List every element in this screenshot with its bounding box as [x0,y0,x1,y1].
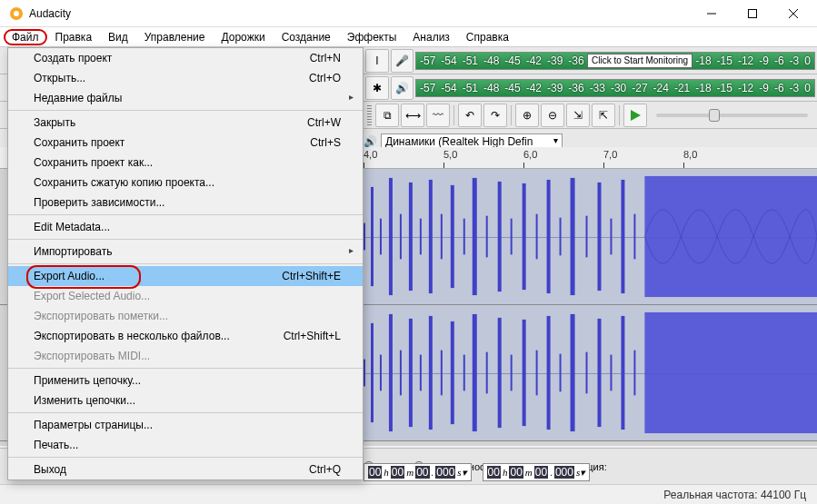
redo-button[interactable]: ↷ [483,104,507,127]
menu-tracks[interactable]: Дорожки [214,29,274,45]
mic-icon: 🎤 [395,54,409,67]
svg-rect-53 [586,352,588,394]
svg-rect-10 [389,178,393,295]
svg-rect-27 [586,216,588,258]
close-button[interactable] [772,1,813,26]
waveform-2[interactable] [364,305,817,440]
svg-rect-52 [571,314,575,431]
file-menu-item[interactable]: Применить цепочку... [8,371,363,390]
svg-rect-47 [511,355,513,391]
file-menu-item: Export Selected Audio... [8,286,363,306]
file-menu-item[interactable]: Печать... [8,435,363,455]
maximize-button[interactable] [732,1,772,26]
audio-position-field[interactable]: 00h 00m 00. 000s▾ [483,463,591,481]
svg-rect-29 [610,219,612,255]
svg-point-1 [14,11,19,16]
svg-rect-39 [420,355,422,391]
selection-end-field[interactable]: 00h 00m 00. 000s▾ [364,463,472,481]
file-menu-item[interactable]: Изменить цепочки... [8,390,363,410]
tool-mic[interactable]: 🎤 [391,49,413,73]
file-menu-item[interactable]: Проверить зависимости... [8,193,363,212]
undo-icon: ↶ [465,109,474,122]
speaker-icon: 🔊 [364,135,377,148]
svg-rect-21 [511,219,513,255]
tool-speaker[interactable]: 🔊 [391,76,413,100]
trim-icon: ⟷ [405,109,421,122]
svg-rect-56 [621,316,624,430]
file-menu-item: Экспортировать MIDI... [8,346,363,366]
menu-analyze[interactable]: Анализ [404,29,458,45]
svg-rect-17 [463,219,465,255]
svg-rect-43 [463,355,465,391]
file-menu-item[interactable]: Сохранить сжатую копию проекта... [8,173,363,193]
minimize-button[interactable] [691,1,732,26]
svg-rect-57 [633,351,635,396]
monitor-label[interactable]: Click to Start Monitoring [587,54,692,68]
svg-rect-54 [597,319,601,427]
svg-rect-50 [547,316,551,430]
svg-rect-26 [571,178,575,295]
fitsel-button[interactable]: ⇲ [566,104,590,127]
menu-transport[interactable]: Управление [136,29,214,45]
zoomin-icon: ⊕ [523,109,532,122]
svg-rect-19 [486,216,488,258]
file-menu-item[interactable]: Export Audio...Ctrl+Shift+E [8,266,363,286]
svg-rect-22 [523,183,526,290]
file-menu-item[interactable]: Недавние файлы [8,88,363,108]
fitproj-button[interactable]: ⇱ [592,104,615,127]
play-meter[interactable]: -57-54-51-48-45-42-39-36-33-30-27-24-21-… [415,79,815,97]
file-menu-item[interactable]: Сохранить проект как... [8,153,363,173]
zoomin-button[interactable]: ⊕ [515,104,539,127]
menu-effects[interactable]: Эффекты [339,29,405,45]
svg-rect-37 [400,351,402,396]
menu-file[interactable]: Файл [4,29,47,45]
menu-edit[interactable]: Правка [47,29,101,45]
trim-button[interactable]: ⟷ [401,104,424,127]
file-menu-item[interactable]: Импортировать [8,242,363,262]
svg-rect-58 [644,312,817,433]
file-menu-item[interactable]: Edit Metadata... [8,217,363,237]
svg-rect-49 [536,351,538,396]
svg-rect-34 [371,323,374,422]
svg-rect-18 [473,178,477,295]
svg-rect-25 [560,218,562,256]
file-menu-item[interactable]: Параметры страницы... [8,415,363,435]
file-menu-dropdown: Создать проектCtrl+NОткрыть...Ctrl+OНеда… [7,47,364,480]
multi-icon: ✱ [373,82,382,94]
menu-help[interactable]: Справка [458,29,517,45]
svg-rect-33 [364,360,365,387]
scrub-handle[interactable] [709,109,720,122]
menu-generate[interactable]: Создание [274,29,339,45]
waveform-1[interactable] [364,169,817,304]
app-icon [9,6,24,21]
scrub-bar[interactable] [656,114,808,117]
svg-rect-46 [498,318,502,428]
silence-button[interactable]: 〰 [426,104,450,127]
menu-view[interactable]: Вид [100,29,136,45]
copy-button[interactable]: ⧉ [375,104,399,127]
redo-icon: ↷ [491,109,500,122]
svg-rect-24 [547,180,551,293]
record-meter[interactable]: -57-54-51-48-45-42-39-36-33-30-27-24-21-… [415,52,815,70]
svg-rect-35 [380,355,382,391]
file-menu-item[interactable]: Сохранить проектCtrl+S [8,133,363,153]
tool-multi[interactable]: ✱ [365,76,388,100]
fitsel-icon: ⇲ [573,109,583,122]
svg-rect-3 [748,9,756,17]
file-menu-item[interactable]: Создать проектCtrl+N [8,48,363,68]
play-button[interactable] [623,104,647,127]
file-menu-item[interactable]: ЗакрытьCtrl+W [8,113,363,133]
svg-rect-44 [473,314,477,431]
file-menu-item[interactable]: Открыть...Ctrl+O [8,68,363,88]
svg-rect-23 [536,214,538,260]
svg-rect-40 [429,316,433,430]
tool-selection[interactable]: I [365,49,388,73]
svg-rect-16 [451,185,454,288]
file-menu-item[interactable]: Экспортировать в несколько файлов...Ctrl… [8,326,363,346]
zoomout-button[interactable]: ⊖ [541,104,564,127]
file-menu-item[interactable]: ВыходCtrl+Q [8,460,363,479]
menubar: Файл Правка Вид Управление Дорожки Созда… [0,27,817,47]
svg-rect-45 [486,352,488,394]
grip-icon[interactable] [367,105,372,125]
undo-button[interactable]: ↶ [458,104,482,127]
